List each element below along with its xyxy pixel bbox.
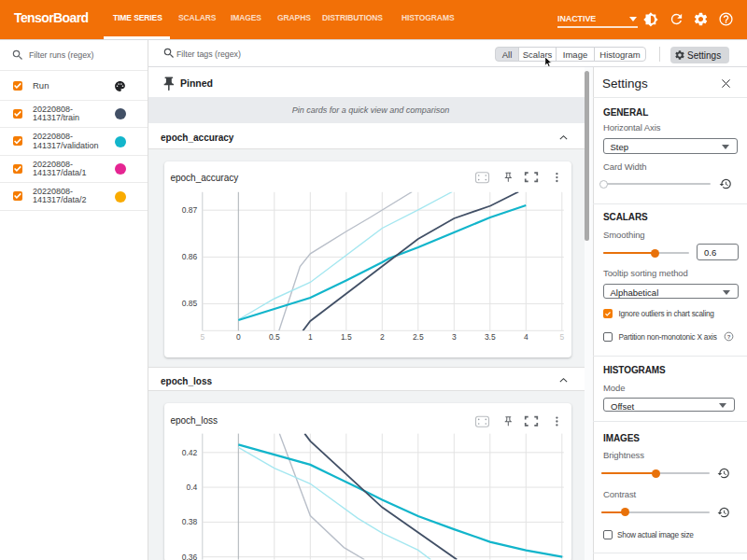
svg-text:0: 0 [236, 331, 241, 341]
svg-text:3: 3 [452, 331, 457, 341]
svg-text:?: ? [726, 334, 730, 340]
svg-text:0.86: 0.86 [181, 252, 197, 261]
svg-text:0.85: 0.85 [181, 299, 197, 308]
svg-text:0.4: 0.4 [186, 483, 197, 492]
svg-text:2: 2 [380, 331, 385, 341]
svg-text:5: 5 [559, 331, 564, 341]
svg-text:3.5: 3.5 [485, 331, 496, 341]
svg-text:0.42: 0.42 [181, 448, 197, 457]
svg-text:0.5: 0.5 [269, 331, 280, 341]
svg-text:1: 1 [308, 331, 313, 341]
svg-text:0.38: 0.38 [181, 518, 197, 527]
svg-text:0.36: 0.36 [181, 553, 197, 560]
svg-text:5: 5 [200, 331, 204, 341]
svg-text:2.5: 2.5 [413, 331, 424, 341]
svg-text:1.5: 1.5 [341, 331, 352, 341]
svg-text:4: 4 [524, 331, 529, 341]
svg-text:0.87: 0.87 [181, 205, 197, 215]
